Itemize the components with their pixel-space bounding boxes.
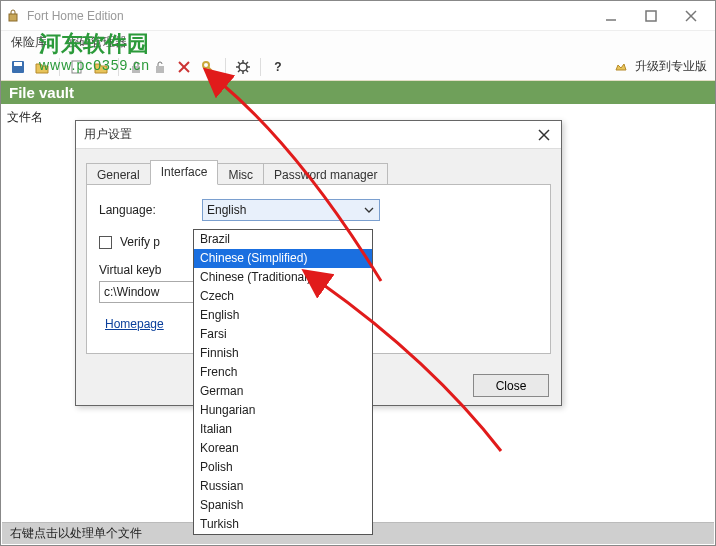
svg-rect-8 xyxy=(132,66,140,73)
help-icon[interactable]: ? xyxy=(269,58,287,76)
minimize-button[interactable] xyxy=(591,2,631,30)
open-icon[interactable] xyxy=(33,58,51,76)
language-combo[interactable]: English xyxy=(202,199,380,221)
upgrade-icon xyxy=(613,59,629,75)
svg-rect-2 xyxy=(646,11,656,21)
key-icon[interactable] xyxy=(199,58,217,76)
language-option[interactable]: Chinese (Traditional) xyxy=(194,268,372,287)
svg-rect-0 xyxy=(9,14,17,21)
svg-line-13 xyxy=(208,67,213,72)
verify-label: Verify p xyxy=(120,235,160,249)
close-button-label: Close xyxy=(496,379,527,393)
chevron-down-icon xyxy=(363,205,375,215)
language-option[interactable]: Finnish xyxy=(194,344,372,363)
delete-icon[interactable] xyxy=(175,58,193,76)
language-option[interactable]: Turkish xyxy=(194,515,372,534)
file-open-icon[interactable] xyxy=(92,58,110,76)
language-option[interactable]: Russian xyxy=(194,477,372,496)
language-label: Language: xyxy=(99,203,194,217)
virtual-keyboard-path-value: c:\Window xyxy=(104,285,159,299)
window-title: Fort Home Edition xyxy=(27,9,124,23)
menu-password-manager[interactable]: 密码管理器 xyxy=(63,32,131,53)
upgrade-link[interactable]: 升级到专业版 xyxy=(635,58,707,75)
file-vault-label: File vault xyxy=(9,84,74,101)
statusbar-text: 右键点击以处理单个文件 xyxy=(10,525,142,542)
lock-icon[interactable] xyxy=(127,58,145,76)
file-new-icon[interactable] xyxy=(68,58,86,76)
svg-rect-9 xyxy=(156,66,164,73)
verify-checkbox[interactable] xyxy=(99,236,112,249)
svg-line-20 xyxy=(246,70,248,72)
language-option[interactable]: German xyxy=(194,382,372,401)
svg-point-14 xyxy=(239,63,247,71)
language-option[interactable]: Hungarian xyxy=(194,401,372,420)
language-option[interactable]: Spanish xyxy=(194,496,372,515)
svg-line-22 xyxy=(246,62,248,64)
language-combo-text: English xyxy=(207,203,363,217)
svg-line-21 xyxy=(238,70,240,72)
language-option[interactable]: Brazil xyxy=(194,230,372,249)
file-vault-bar: File vault xyxy=(1,81,715,104)
virtual-keyboard-label: Virtual keyb xyxy=(99,263,194,277)
titlebar: Fort Home Edition xyxy=(1,1,715,31)
app-icon xyxy=(5,8,21,24)
language-option[interactable]: Czech xyxy=(194,287,372,306)
maximize-button[interactable] xyxy=(631,2,671,30)
svg-rect-6 xyxy=(14,62,22,66)
tab-misc[interactable]: Misc xyxy=(217,163,264,186)
tab-general[interactable]: General xyxy=(86,163,151,186)
language-option[interactable]: Chinese (Simplified) xyxy=(194,249,372,268)
tab-password-manager[interactable]: Password manager xyxy=(263,163,388,186)
svg-rect-7 xyxy=(72,61,81,73)
menu-vault[interactable]: 保险库 xyxy=(7,32,51,53)
language-dropdown-list[interactable]: BrazilChinese (Simplified)Chinese (Tradi… xyxy=(193,229,373,535)
language-option[interactable]: Korean xyxy=(194,439,372,458)
menubar: 保险库 密码管理器 xyxy=(1,31,715,53)
dialog-titlebar: 用户设置 xyxy=(76,121,561,149)
toolbar: ? 升级到专业版 xyxy=(1,53,715,81)
dialog-title: 用户设置 xyxy=(84,126,535,143)
dialog-close-icon[interactable] xyxy=(535,126,553,144)
svg-line-19 xyxy=(238,62,240,64)
tab-interface[interactable]: Interface xyxy=(150,160,219,185)
close-button[interactable]: Close xyxy=(473,374,549,397)
language-option[interactable]: French xyxy=(194,363,372,382)
save-icon[interactable] xyxy=(9,58,27,76)
language-option[interactable]: Polish xyxy=(194,458,372,477)
gear-icon[interactable] xyxy=(234,58,252,76)
unlock-icon[interactable] xyxy=(151,58,169,76)
language-option[interactable]: Farsi xyxy=(194,325,372,344)
close-button[interactable] xyxy=(671,2,711,30)
language-option[interactable]: Italian xyxy=(194,420,372,439)
language-option[interactable]: English xyxy=(194,306,372,325)
dialog-tabstrip: General Interface Misc Password manager xyxy=(86,159,551,184)
